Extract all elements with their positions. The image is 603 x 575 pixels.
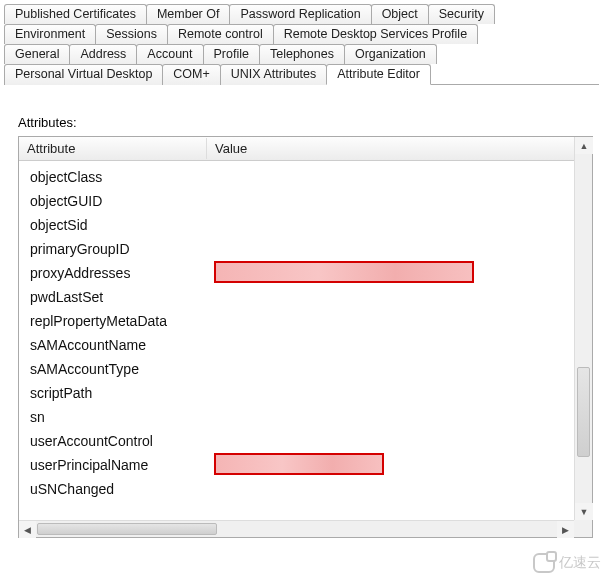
table-row[interactable]: userAccountControl bbox=[24, 429, 574, 453]
attr-name: sAMAccountType bbox=[24, 361, 214, 377]
table-row[interactable]: sAMAccountType bbox=[24, 357, 574, 381]
attr-name: replPropertyMetaData bbox=[24, 313, 214, 329]
tab-object[interactable]: Object bbox=[371, 4, 429, 24]
table-row[interactable]: scriptPath bbox=[24, 381, 574, 405]
attr-value bbox=[214, 237, 574, 261]
table-row[interactable]: primaryGroupID bbox=[24, 237, 574, 261]
tab-telephones[interactable]: Telephones bbox=[259, 44, 345, 64]
table-row[interactable]: sAMAccountName bbox=[24, 333, 574, 357]
tab-row-3: GeneralAddressAccountProfileTelephonesOr… bbox=[4, 44, 599, 64]
tab-strip: Published CertificatesMember OfPassword … bbox=[0, 0, 603, 85]
vertical-scroll-thumb[interactable] bbox=[577, 367, 590, 457]
attr-value bbox=[214, 381, 574, 405]
tab-row-2: EnvironmentSessionsRemote controlRemote … bbox=[4, 24, 599, 44]
table-row[interactable]: objectGUID bbox=[24, 189, 574, 213]
attr-value bbox=[214, 213, 574, 237]
list-body: objectClassobjectGUIDobjectSidprimaryGro… bbox=[24, 161, 574, 519]
tab-account[interactable]: Account bbox=[136, 44, 203, 64]
redacted-value bbox=[214, 453, 384, 475]
tab-remote-control[interactable]: Remote control bbox=[167, 24, 274, 44]
table-row[interactable]: objectClass bbox=[24, 165, 574, 189]
attr-value bbox=[214, 429, 574, 453]
table-row[interactable]: userPrincipalName bbox=[24, 453, 574, 477]
horizontal-scrollbar[interactable]: ◀ ▶ bbox=[19, 520, 592, 537]
attr-name: scriptPath bbox=[24, 385, 214, 401]
tab-environment[interactable]: Environment bbox=[4, 24, 96, 44]
attr-value bbox=[214, 285, 574, 309]
tab-row-1: Published CertificatesMember OfPassword … bbox=[4, 4, 599, 24]
table-row[interactable]: uSNChanged bbox=[24, 477, 574, 501]
attr-value bbox=[214, 357, 574, 381]
tab-security[interactable]: Security bbox=[428, 4, 495, 24]
tab-row-4: Personal Virtual DesktopCOM+UNIX Attribu… bbox=[4, 64, 599, 85]
table-row[interactable]: pwdLastSet bbox=[24, 285, 574, 309]
table-row[interactable]: objectSid bbox=[24, 213, 574, 237]
attr-name: sAMAccountName bbox=[24, 337, 214, 353]
table-row[interactable]: replPropertyMetaData bbox=[24, 309, 574, 333]
attr-name: primaryGroupID bbox=[24, 241, 214, 257]
scroll-left-button[interactable]: ◀ bbox=[19, 521, 36, 538]
tab-organization[interactable]: Organization bbox=[344, 44, 437, 64]
attr-value bbox=[214, 477, 574, 501]
attr-value bbox=[214, 453, 574, 477]
scroll-right-button[interactable]: ▶ bbox=[557, 521, 574, 538]
table-row[interactable]: proxyAddresses bbox=[24, 261, 574, 285]
attr-name: userPrincipalName bbox=[24, 457, 214, 473]
watermark: 亿速云 bbox=[533, 553, 601, 573]
tab-general[interactable]: General bbox=[4, 44, 70, 64]
attr-value bbox=[214, 189, 574, 213]
attr-value bbox=[214, 405, 574, 429]
attr-name: uSNChanged bbox=[24, 481, 214, 497]
tab-personal-virtual-desktop[interactable]: Personal Virtual Desktop bbox=[4, 64, 163, 85]
tab-remote-desktop-services-profile[interactable]: Remote Desktop Services Profile bbox=[273, 24, 478, 44]
attr-value bbox=[214, 261, 574, 285]
scroll-up-button[interactable]: ▲ bbox=[575, 137, 593, 154]
attr-name: objectGUID bbox=[24, 193, 214, 209]
attr-name: pwdLastSet bbox=[24, 289, 214, 305]
attr-name: objectSid bbox=[24, 217, 214, 233]
horizontal-scroll-thumb[interactable] bbox=[37, 523, 217, 535]
attributes-label: Attributes: bbox=[0, 85, 603, 134]
tab-published-certificates[interactable]: Published Certificates bbox=[4, 4, 147, 24]
tab-member-of[interactable]: Member Of bbox=[146, 4, 231, 24]
attr-value bbox=[214, 165, 574, 189]
tab-unix-attributes[interactable]: UNIX Attributes bbox=[220, 64, 327, 85]
redacted-value bbox=[214, 261, 474, 283]
attr-value bbox=[214, 309, 574, 333]
watermark-text: 亿速云 bbox=[559, 554, 601, 572]
attr-name: sn bbox=[24, 409, 214, 425]
list-header: Attribute Value bbox=[19, 137, 592, 161]
scroll-down-button[interactable]: ▼ bbox=[575, 503, 593, 520]
watermark-icon bbox=[533, 553, 555, 573]
vertical-scrollbar[interactable]: ▲ ▼ bbox=[574, 137, 592, 520]
attr-name: proxyAddresses bbox=[24, 265, 214, 281]
column-header-attribute[interactable]: Attribute bbox=[19, 138, 207, 159]
tab-attribute-editor[interactable]: Attribute Editor bbox=[326, 64, 431, 85]
table-row[interactable]: sn bbox=[24, 405, 574, 429]
attributes-list: Attribute Value objectClassobjectGUIDobj… bbox=[18, 136, 593, 538]
tab-address[interactable]: Address bbox=[69, 44, 137, 64]
tab-profile[interactable]: Profile bbox=[203, 44, 260, 64]
attr-name: userAccountControl bbox=[24, 433, 214, 449]
scrollbar-corner bbox=[574, 520, 592, 537]
attr-value bbox=[214, 333, 574, 357]
tab-com+[interactable]: COM+ bbox=[162, 64, 220, 85]
tab-password-replication[interactable]: Password Replication bbox=[229, 4, 371, 24]
attr-name: objectClass bbox=[24, 169, 214, 185]
column-header-value[interactable]: Value bbox=[207, 138, 592, 159]
tab-sessions[interactable]: Sessions bbox=[95, 24, 168, 44]
